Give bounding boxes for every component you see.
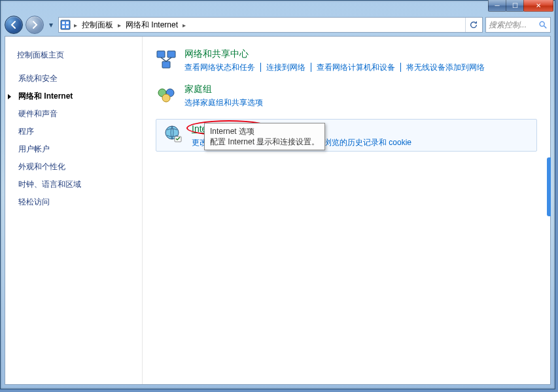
sidebar: 控制面板主页 系统和安全 网络和 Internet 硬件和声音 程序 用户帐户 …: [5, 37, 143, 384]
homegroup-icon: [156, 84, 177, 105]
chevron-right-icon[interactable]: ▸: [72, 22, 79, 29]
forward-arrow-icon: [30, 20, 39, 29]
main-content: 网络和共享中心 查看网络状态和任务 连接到网络 查看网络计算机和设备 将无线设备…: [143, 37, 550, 384]
navigation-bar: ▾ ▸ 控制面板 ▸ 网络和 Internet ▸ 搜索控制...: [1, 14, 555, 36]
search-placeholder: 搜索控制...: [489, 20, 527, 31]
search-input[interactable]: 搜索控制...: [485, 17, 551, 33]
section-homegroup: 家庭组 选择家庭组和共享选项: [156, 84, 537, 107]
sidebar-item-system[interactable]: 系统和安全: [17, 70, 137, 88]
sub-link[interactable]: 查看网络计算机和设备: [311, 63, 401, 72]
chevron-right-icon[interactable]: ▸: [181, 22, 188, 29]
svg-rect-1: [62, 22, 65, 24]
refresh-button[interactable]: [465, 18, 481, 32]
history-dropdown[interactable]: ▾: [46, 18, 56, 31]
sidebar-item-appearance[interactable]: 外观和个性化: [17, 158, 137, 176]
svg-rect-9: [162, 61, 170, 68]
network-center-icon: [156, 48, 177, 69]
titlebar[interactable]: ─ ☐ ✕: [1, 1, 555, 14]
chevron-right-icon[interactable]: ▸: [116, 22, 123, 29]
close-button[interactable]: ✕: [523, 0, 553, 12]
section-links: 选择家庭组和共享选项: [184, 98, 537, 107]
svg-rect-3: [62, 25, 65, 28]
sidebar-item-network[interactable]: 网络和 Internet: [17, 88, 137, 105]
section-title-link[interactable]: 家庭组: [184, 84, 537, 95]
section-links: 查看网络状态和任务 连接到网络 查看网络计算机和设备 将无线设备添加到网络: [184, 63, 537, 72]
minimize-button[interactable]: ─: [488, 0, 506, 12]
control-panel-icon: [60, 20, 71, 30]
breadcrumb-item-control-panel[interactable]: 控制面板: [80, 20, 114, 31]
tooltip-title: Internet 选项: [210, 126, 319, 137]
breadcrumb-item-network[interactable]: 网络和 Internet: [124, 20, 179, 31]
sub-link[interactable]: 连接到网络: [261, 63, 311, 72]
svg-rect-7: [157, 51, 165, 57]
back-button[interactable]: [5, 16, 23, 34]
section-network-center: 网络和共享中心 查看网络状态和任务 连接到网络 查看网络计算机和设备 将无线设备…: [156, 48, 537, 72]
maximize-button[interactable]: ☐: [506, 0, 524, 12]
sub-link[interactable]: 将无线设备添加到网络: [401, 63, 490, 72]
address-breadcrumb[interactable]: ▸ 控制面板 ▸ 网络和 Internet ▸: [58, 17, 483, 33]
svg-point-14: [162, 94, 170, 102]
forward-button: [26, 16, 44, 34]
svg-line-10: [161, 57, 166, 61]
sidebar-item-clock[interactable]: 时钟、语言和区域: [17, 176, 137, 193]
section-title-link[interactable]: 网络和共享中心: [184, 48, 537, 60]
search-icon: [538, 20, 548, 29]
sub-link[interactable]: 选择家庭组和共享选项: [184, 98, 268, 107]
svg-line-11: [166, 57, 171, 61]
svg-rect-8: [167, 51, 175, 57]
svg-rect-4: [66, 25, 69, 28]
section-body: 网络和共享中心 查看网络状态和任务 连接到网络 查看网络计算机和设备 将无线设备…: [184, 48, 537, 72]
tooltip-body: 配置 Internet 显示和连接设置。: [210, 137, 319, 147]
content-frame: 控制面板主页 系统和安全 网络和 Internet 硬件和声音 程序 用户帐户 …: [5, 36, 551, 385]
svg-rect-2: [66, 22, 69, 24]
scrollbar-thumb[interactable]: [547, 157, 551, 216]
window-buttons-group: ─ ☐ ✕: [489, 0, 553, 12]
sidebar-item-users[interactable]: 用户帐户: [17, 140, 137, 158]
internet-options-icon: [163, 123, 184, 144]
sidebar-item-programs[interactable]: 程序: [17, 123, 137, 140]
back-arrow-icon: [9, 20, 18, 29]
tooltip: Internet 选项 配置 Internet 显示和连接设置。: [204, 123, 325, 150]
sidebar-home-link[interactable]: 控制面板主页: [17, 50, 137, 61]
sidebar-item-ease[interactable]: 轻松访问: [17, 193, 137, 211]
svg-point-5: [540, 22, 544, 26]
sub-link[interactable]: 查看网络状态和任务: [184, 63, 261, 72]
section-body: 家庭组 选择家庭组和共享选项: [184, 84, 537, 107]
control-panel-window: ─ ☐ ✕ ▾ ▸ 控制面板 ▸ 网络和 Internet ▸ 搜索控制...: [0, 0, 555, 389]
sidebar-item-hardware[interactable]: 硬件和声音: [17, 105, 137, 123]
svg-line-6: [544, 26, 547, 29]
